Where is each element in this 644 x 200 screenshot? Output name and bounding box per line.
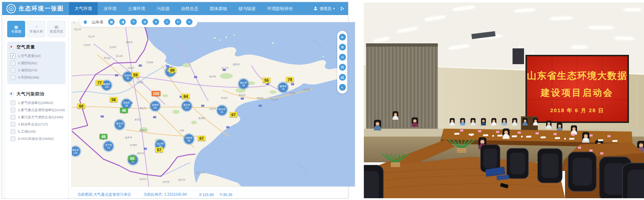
- city-name: 济宁市: [105, 144, 112, 146]
- nav-item-固体废物[interactable]: 固体废物: [204, 2, 233, 15]
- city-cluster-marker[interactable]: 淄博市151: [150, 101, 160, 111]
- checkbox[interactable]: [10, 68, 15, 73]
- aqi-badge[interactable]: 102: [152, 91, 161, 96]
- aqi-badge[interactable]: 50: [128, 156, 136, 161]
- region-selector[interactable]: 山东省: [92, 19, 103, 25]
- checkbox[interactable]: [10, 100, 15, 105]
- city-cluster-marker[interactable]: 日照市56: [184, 134, 194, 144]
- city-cluster-marker[interactable]: 烟台市44: [239, 79, 249, 89]
- city-cluster-marker[interactable]: 菏泽市124: [71, 147, 80, 156]
- layers-icon[interactable]: ▦: [108, 19, 115, 25]
- meeting-photo: 山东省生态环境大数据 建设项目启动会 2018 年 6 月 28 日: [364, 3, 644, 198]
- aqi-badge[interactable]: 89: [168, 68, 176, 73]
- aqi-badge[interactable]: 67: [230, 112, 237, 117]
- layer-item[interactable]: 2.国控站(81): [9, 59, 63, 67]
- basemap-icon[interactable]: ◐: [339, 84, 346, 91]
- nav-item-土壤环境[interactable]: 土壤环境: [122, 2, 151, 15]
- download-icon[interactable]: ⇩: [164, 19, 170, 25]
- layer-item[interactable]: 6.VOC排放企业(19462): [9, 135, 63, 142]
- split-view-icon[interactable]: ◨: [119, 19, 126, 25]
- city-value: 49: [118, 125, 121, 127]
- layer-item[interactable]: 1.废气排放单位(20823): [9, 99, 63, 106]
- aqi-badge[interactable]: 46: [120, 108, 128, 113]
- add-point-icon[interactable]: ⊕: [142, 19, 148, 25]
- aqi-badge[interactable]: 84: [182, 94, 190, 99]
- nav-item-大气环境[interactable]: 大气环境: [69, 2, 98, 15]
- checkbox[interactable]: [10, 136, 15, 141]
- layer-item[interactable]: ✓1.空气质量(16): [9, 52, 63, 59]
- checkbox[interactable]: [10, 61, 15, 66]
- refresh-icon[interactable]: ↻: [175, 19, 181, 25]
- app-body: ▦专题图◔常规分析▤资源浏览 空气质量✓1.空气质量(16)2.国控站(81)3…: [2, 15, 348, 198]
- checkbox-checked[interactable]: ✓: [10, 53, 15, 58]
- collapse-sidebar-button[interactable]: ‹: [71, 15, 77, 29]
- city-value: 151: [153, 106, 157, 109]
- map-place-label: 蓬莱市: [233, 63, 240, 66]
- map-watermark: 天地图·山东: [295, 161, 309, 174]
- nav-item-水环境[interactable]: 水环境: [98, 2, 122, 15]
- layer-item[interactable]: 3.重污染天气管控企业(12440): [9, 114, 63, 121]
- map-place-label: 高密市: [209, 108, 216, 111]
- layer-item[interactable]: 4.机动车企业(1717): [9, 121, 63, 128]
- sidebar-tab-常规分析[interactable]: ◔常规分析: [27, 21, 45, 37]
- aqi-badge[interactable]: 48: [99, 134, 107, 139]
- map-place-label: 东光县: [103, 57, 111, 60]
- checkbox[interactable]: [10, 108, 15, 113]
- map-side-tools: ➤⊕⊙⊞▤◐: [337, 31, 347, 94]
- nav-item-自然生态[interactable]: 自然生态: [175, 2, 204, 15]
- layer-item[interactable]: 5.工地(145): [9, 128, 63, 135]
- aqi-badge[interactable]: 55: [263, 78, 270, 83]
- city-cluster-marker[interactable]: 威海市76: [278, 83, 288, 92]
- layer-item[interactable]: 4.市控站(186): [9, 74, 63, 81]
- radio-button[interactable]: [9, 45, 14, 49]
- identify-icon[interactable]: ⊙: [339, 54, 346, 61]
- legend-icon[interactable]: ≡: [186, 19, 193, 25]
- map-place-label: 海阳市: [256, 97, 264, 100]
- city-cluster-marker[interactable]: 青岛市91: [217, 106, 227, 115]
- city-cluster-marker[interactable]: 济南市98: [122, 99, 131, 109]
- status-scale: 当前比例尺: 1:2311165.84: [143, 192, 187, 197]
- checkbox[interactable]: [10, 129, 15, 134]
- user-area: 管理员 ▾: [314, 6, 348, 11]
- layer-item[interactable]: 3.省控站(74): [9, 67, 63, 74]
- aqi-badge[interactable]: 57: [155, 147, 163, 152]
- layer-label: 5.工地(145): [18, 129, 36, 134]
- nav-item-污染源[interactable]: 污染源: [151, 2, 175, 15]
- tab-icon: ▤: [55, 25, 58, 29]
- aqi-badge[interactable]: 59: [131, 72, 139, 77]
- nav-item-环境影响评价[interactable]: 环境影响评价: [261, 2, 299, 15]
- pan-icon[interactable]: ➤: [339, 34, 346, 41]
- map-canvas[interactable]: 保定市任丘市河间市沧州市黄骅市盐山县东光县乐陵市无棣县商河县章丘区莱芜区新泰市曲…: [71, 22, 355, 187]
- logout-icon[interactable]: [340, 6, 344, 11]
- checkbox[interactable]: [10, 75, 15, 80]
- aqi-badge[interactable]: 58: [110, 97, 117, 102]
- checkbox[interactable]: [10, 122, 15, 127]
- city-name: 菏泽市: [72, 149, 79, 151]
- zoom-in-icon[interactable]: ⊕: [339, 44, 346, 51]
- radio-button[interactable]: [9, 92, 14, 96]
- grid-icon[interactable]: ⊞: [339, 64, 346, 71]
- city-value: 124: [74, 151, 78, 154]
- sidebar-tab-专题图[interactable]: ▦专题图: [7, 21, 25, 37]
- city-value: 44: [242, 84, 245, 86]
- aqi-badge[interactable]: 60: [77, 104, 85, 109]
- map-toolbar-pill: 山东省 ▦◨✎⊕✦⇩↻≡: [79, 17, 198, 27]
- aqi-badge[interactable]: 77: [96, 80, 103, 85]
- nav-item-核与辐射[interactable]: 核与辐射: [233, 2, 261, 15]
- sidebar-tab-资源浏览[interactable]: ▤资源浏览: [47, 21, 65, 37]
- map-place-label: 乐陵市: [127, 67, 134, 70]
- map-place-label: 莒县: [180, 129, 184, 132]
- draw-icon[interactable]: ✎: [130, 19, 137, 25]
- bookmark-icon[interactable]: ✦: [153, 19, 159, 25]
- aqi-badge[interactable]: 67: [198, 136, 205, 141]
- layer-item[interactable]: 2.废气重点监管排放单位(1419): [9, 106, 63, 114]
- checkbox[interactable]: [10, 115, 15, 120]
- map-place-label: 诸城市: [198, 117, 205, 120]
- city-cluster-marker[interactable]: 泰安市49: [115, 120, 125, 130]
- username[interactable]: 管理员: [319, 6, 331, 11]
- city-cluster-marker[interactable]: 潍坊市171: [182, 101, 192, 111]
- list-icon[interactable]: ▤: [339, 74, 346, 81]
- city-cluster-marker[interactable]: 济宁市73: [104, 142, 113, 151]
- aqi-badge[interactable]: 79: [286, 77, 294, 82]
- map-overlays: 保定市任丘市河间市沧州市黄骅市盐山县东光县乐陵市无棣县商河县章丘区莱芜区新泰市曲…: [72, 22, 355, 186]
